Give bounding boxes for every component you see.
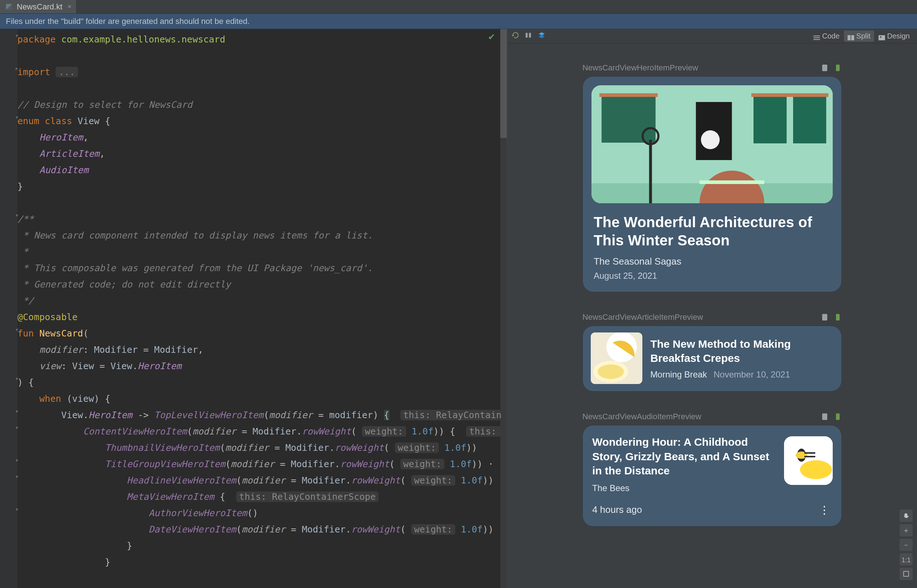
preview-article-item: NewsCardViewArticleItemPreview — [582, 312, 842, 392]
svg-rect-24 — [751, 93, 828, 97]
svg-rect-27 — [822, 314, 827, 320]
article-date: November 10, 2021 — [714, 370, 790, 380]
code-view-icon — [813, 34, 820, 39]
zoom-in-button[interactable]: ＋ — [899, 524, 913, 536]
view-mode-toolbar: Code Split Design — [507, 29, 917, 44]
preview-audio-item: NewsCardViewAudioItemPreview Wondering H… — [582, 412, 842, 527]
split-view-icon — [847, 34, 854, 39]
close-icon[interactable]: × — [68, 3, 71, 11]
view-mode-label: Split — [856, 32, 870, 40]
audio-headline: Wondering Hour: A Childhood Story, Grizz… — [592, 435, 776, 478]
view-mode-design[interactable]: Design — [875, 31, 913, 42]
generated-file-warning-bar: Files under the "build" folder are gener… — [0, 14, 917, 29]
svg-rect-7 — [813, 37, 820, 38]
design-view-icon — [878, 34, 885, 39]
warning-text: Files under the "build" folder are gener… — [6, 17, 250, 26]
zoom-controls: ＋ － 1:1 — [899, 510, 913, 580]
hero-author: The Seasonal Sagas — [583, 251, 841, 267]
svg-rect-8 — [813, 39, 820, 40]
audio-author: The Bees — [592, 483, 776, 493]
svg-rect-25 — [649, 140, 652, 203]
code-content[interactable]: package com.example.hellonews.newscard i… — [18, 31, 501, 588]
article-author: Morning Break — [650, 370, 707, 380]
svg-rect-28 — [836, 314, 839, 320]
view-mode-code[interactable]: Code — [810, 31, 843, 42]
svg-point-32 — [598, 364, 624, 379]
svg-point-21 — [701, 130, 720, 149]
file-tab-newscard[interactable]: NewsCard.kt × — [0, 0, 77, 13]
svg-rect-6 — [813, 36, 820, 36]
preview-hero-item: NewsCardViewHeroItemPreview — [582, 63, 842, 292]
view-mode-split[interactable]: Split — [844, 31, 874, 42]
preview-label: NewsCardViewHeroItemPreview — [582, 63, 698, 73]
animation-preview-icon[interactable] — [834, 313, 842, 321]
svg-rect-14 — [836, 65, 839, 71]
editor-scrollbar[interactable] — [500, 29, 507, 588]
interactive-preview-icon[interactable] — [525, 31, 533, 39]
more-options-icon[interactable]: ⋮ — [819, 504, 831, 516]
svg-rect-17 — [699, 180, 764, 184]
audio-time: 4 hours ago — [592, 504, 642, 515]
article-headline: The New Method to Making Breakfast Crepe… — [650, 337, 833, 365]
layers-icon[interactable] — [538, 31, 546, 39]
hero-headline: The Wonderful Architectures of This Wint… — [583, 203, 841, 251]
zoom-reset-button[interactable]: 1:1 — [899, 553, 913, 565]
article-card[interactable]: The New Method to Making Breakfast Crepe… — [582, 326, 842, 392]
svg-marker-5 — [539, 35, 545, 38]
svg-rect-10 — [851, 35, 854, 40]
view-mode-label: Design — [887, 32, 910, 40]
svg-point-36 — [800, 460, 832, 479]
file-tab-label: NewsCard.kt — [17, 2, 63, 11]
deploy-preview-icon[interactable] — [821, 413, 829, 421]
audio-card[interactable]: Wondering Hour: A Childhood Story, Grizz… — [582, 425, 842, 527]
svg-rect-34 — [836, 414, 839, 420]
deploy-preview-icon[interactable] — [821, 313, 829, 321]
preview-label: NewsCardViewArticleItemPreview — [582, 312, 703, 322]
zoom-out-button[interactable]: － — [899, 539, 913, 551]
code-editor[interactable]: ▾ ▸ ▾ ▾ ▾ ▾ ▾ ▾ ▾ ▾ ▾ ✔ package com.exam… — [0, 29, 507, 588]
kotlin-file-icon — [5, 3, 13, 11]
svg-point-12 — [880, 36, 881, 38]
article-thumbnail-image — [591, 333, 642, 384]
split-view: ▾ ▸ ▾ ▾ ▾ ▾ ▾ ▾ ▾ ▾ ▾ ✔ package com.exam… — [0, 29, 917, 588]
preview-canvas[interactable]: NewsCardViewHeroItemPreview — [507, 44, 917, 588]
animation-preview-icon[interactable] — [834, 64, 842, 72]
refresh-icon[interactable] — [512, 31, 520, 39]
animation-preview-icon[interactable] — [834, 413, 842, 421]
hero-date: August 25, 2021 — [583, 267, 841, 292]
svg-rect-18 — [602, 95, 656, 143]
svg-rect-22 — [753, 96, 787, 143]
hero-card[interactable]: The Wonderful Architectures of This Wint… — [582, 76, 842, 292]
svg-rect-2 — [526, 33, 528, 38]
hero-thumbnail-image — [591, 85, 833, 203]
svg-rect-40 — [804, 456, 815, 457]
svg-rect-3 — [529, 33, 531, 38]
scrollbar-thumb[interactable] — [500, 29, 507, 138]
svg-rect-23 — [793, 96, 826, 143]
preview-label: NewsCardViewAudioItemPreview — [582, 412, 701, 422]
view-mode-label: Code — [822, 32, 839, 40]
svg-rect-33 — [822, 414, 827, 420]
svg-rect-11 — [878, 35, 885, 40]
svg-rect-13 — [822, 65, 827, 71]
svg-rect-39 — [804, 452, 815, 454]
deploy-preview-icon[interactable] — [821, 64, 829, 72]
editor-tab-bar: NewsCard.kt × — [0, 0, 917, 14]
preview-pane: Code Split Design NewsCardViewHeroItemPr… — [507, 29, 917, 588]
pan-tool-button[interactable] — [899, 510, 913, 522]
audio-thumbnail-image — [784, 436, 833, 485]
svg-rect-41 — [904, 571, 909, 577]
svg-rect-9 — [847, 35, 851, 40]
editor-gutter: ▾ ▸ ▾ ▾ ▾ ▾ ▾ ▾ ▾ ▾ ▾ — [0, 29, 18, 588]
zoom-fit-button[interactable] — [899, 568, 913, 580]
svg-rect-19 — [599, 93, 658, 97]
